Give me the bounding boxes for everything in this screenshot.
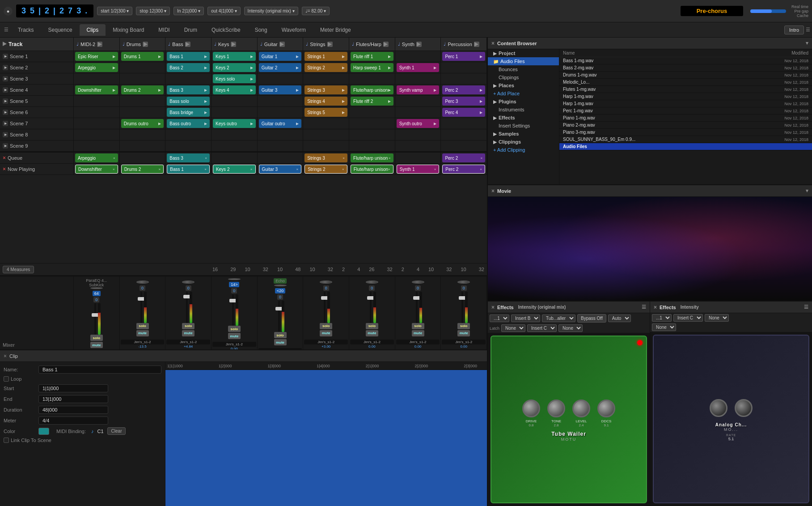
clip-name-input[interactable] — [38, 366, 161, 374]
ch2-solo-btn[interactable]: solo — [136, 323, 149, 329]
ch8-knob[interactable] — [412, 281, 424, 284]
clip-scene-7-col2[interactable]: Bass outro▶ — [167, 119, 210, 128]
scene-1-launch[interactable]: ▶ — [3, 54, 8, 59]
track-header-percussion[interactable]: ♩ Percussion — [441, 38, 487, 51]
track-header-synth[interactable]: ♩ Synth — [395, 38, 441, 51]
analog-knob-2[interactable] — [735, 399, 753, 417]
clear-button[interactable]: Clear — [107, 427, 126, 435]
movie-close[interactable]: × — [491, 188, 495, 194]
file-drums1[interactable]: Drums 1-mg.wav Nov 12, 2018 — [559, 72, 812, 79]
track-header-flutes[interactable]: ♩ Flutes/Harp — [349, 38, 395, 51]
clip-scene-4-col7[interactable]: Synth vamp▶ — [397, 85, 440, 94]
ch3-solo-btn[interactable]: solo — [182, 323, 195, 329]
logo-btn[interactable]: ● — [4, 7, 13, 16]
clip-scene-1-col4[interactable]: Guitar 1▶ — [259, 52, 302, 61]
file-piano1[interactable]: Piano 1-mg.wav Nov 12, 2018 — [559, 115, 812, 122]
ch4-mute-btn[interactable]: mute — [228, 333, 241, 339]
clip-end-input[interactable] — [38, 395, 108, 403]
clip-scene-4-col3[interactable]: Keys 4▶ — [213, 85, 256, 94]
clip-scene-1-col8[interactable]: Perc 1▶ — [442, 52, 485, 61]
effects1-insert-a[interactable]: ...1 — [490, 315, 509, 322]
tab-clips[interactable]: Clips — [80, 24, 106, 36]
file-piano3[interactable]: Piano 3-mg.wav Nov 12, 2018 — [559, 129, 812, 136]
percussion-play-btn[interactable] — [474, 42, 479, 47]
qclip-1-col1[interactable]: Drums 2× — [121, 165, 164, 174]
clip-scene-5-col2[interactable]: Bass solo▶ — [167, 97, 210, 106]
track-header-drums[interactable]: ♩ Drums — [120, 38, 166, 51]
section-label[interactable]: Pre-chorus — [681, 6, 743, 16]
ch1-solo-btn[interactable]: solo — [90, 335, 103, 341]
qclip-0-col0[interactable]: Arpeggio× — [75, 153, 118, 162]
clip-scene-5-col6[interactable]: Flute riff 2▶ — [351, 97, 393, 106]
effects1-insert-b[interactable]: Insert B — [511, 315, 540, 322]
clip-scene-4-col8[interactable]: Perc 2▶ — [442, 85, 485, 94]
track-header-midi2[interactable]: ♩ MIDI-2 — [74, 38, 120, 51]
tree-insert-settings[interactable]: Insert Settings — [488, 122, 559, 130]
guitar-play-btn[interactable] — [279, 42, 285, 47]
tree-clippings[interactable]: Clippings — [488, 73, 559, 81]
file-piano2[interactable]: Piano 2-mg.wav Nov 12, 2018 — [559, 122, 812, 129]
qclip-0-col2[interactable]: Bass 3× — [167, 153, 210, 162]
ch1-mute-btn[interactable]: mute — [90, 342, 103, 348]
tree-plugins[interactable]: ▶ Plugins — [488, 98, 559, 106]
effects1-insert-c[interactable]: Insert C — [527, 324, 557, 332]
effects1-bypass-btn[interactable]: Bypass Off — [577, 314, 606, 323]
ch4-knob[interactable] — [228, 278, 241, 280]
tempo-btn[interactable]: ♩= 82.00 ▾ — [302, 7, 330, 15]
file-harp2[interactable]: Harp 1-mg.wav Nov 12, 2018 — [559, 100, 812, 107]
qclip-1-col7[interactable]: Synth 1× — [397, 165, 440, 174]
track-header-bass[interactable]: ♩ Bass — [165, 38, 211, 51]
file-audio-files[interactable]: Audio Files — [559, 143, 812, 150]
clip-scene-7-col4[interactable]: Guitar outro▶ — [259, 119, 302, 128]
bass-play-btn[interactable] — [185, 42, 190, 47]
out-btn[interactable]: out 4|1|000 ▾ — [207, 7, 240, 15]
clip-duration-input[interactable] — [38, 406, 108, 414]
qclip-0-col8[interactable]: Perc 2× — [442, 153, 485, 162]
file-bass2[interactable]: Bass 2-mg.wav Nov 12, 2018 — [559, 64, 812, 72]
effects2-insert-a[interactable]: ...1 — [652, 314, 672, 322]
level-knob[interactable] — [572, 400, 590, 417]
tree-instruments[interactable]: Instruments — [488, 106, 559, 114]
file-flutes[interactable]: Flutes 1-mg.wav Nov 12, 2018 — [559, 86, 812, 93]
ch9-solo-btn[interactable]: solo — [457, 323, 470, 329]
track-header-guitar[interactable]: ♩ Guitar — [258, 38, 304, 51]
tree-project[interactable]: ▶ Project — [488, 49, 559, 57]
clip-editor-close[interactable]: × — [4, 353, 7, 359]
clip-scene-7-col7[interactable]: Synth outro▶ — [397, 119, 440, 128]
tab-song[interactable]: Song — [248, 24, 275, 36]
ddcs-knob[interactable] — [597, 400, 615, 417]
clip-scene-1-col3[interactable]: Keys 1▶ — [213, 52, 256, 61]
scene-6-launch[interactable]: ▶ — [3, 110, 8, 115]
tab-mixing-board[interactable]: Mixing Board — [106, 24, 151, 36]
link-scene-checkbox-box[interactable] — [4, 438, 9, 443]
clip-start-input[interactable] — [38, 384, 108, 392]
ch9-mute-btn[interactable]: mute — [457, 330, 470, 336]
effects1-menu[interactable]: ☰ — [642, 304, 646, 310]
nav-menu-icon[interactable]: ☰ — [806, 27, 810, 33]
ch5-knob[interactable] — [274, 285, 287, 286]
clip-scene-1-col2[interactable]: Bass 1▶ — [167, 52, 210, 61]
ch7-mute-btn[interactable]: mute — [366, 330, 378, 336]
tab-midi[interactable]: MIDI — [151, 24, 177, 36]
tree-places[interactable]: ▶ Places — [488, 81, 559, 89]
drive-knob[interactable] — [522, 400, 540, 417]
qclip-0-col5[interactable]: Strings 3× — [304, 153, 347, 162]
tree-bounces[interactable]: Bounces — [488, 65, 559, 73]
clip-scene-4-col2[interactable]: Bass 3▶ — [167, 85, 210, 94]
effects2-menu[interactable]: ☰ — [804, 304, 808, 310]
intro-btn[interactable]: Intro — [784, 26, 804, 34]
tone-knob[interactable] — [547, 400, 565, 417]
effects1-tub-aller[interactable]: Tub...aller — [542, 315, 575, 322]
tree-clippings2[interactable]: ▶ Clippings — [488, 138, 559, 146]
qclip-1-col8[interactable]: Perc 2× — [442, 165, 485, 174]
effects2-none[interactable]: None — [705, 314, 729, 322]
synth-play-btn[interactable] — [416, 42, 422, 47]
effects1-auto[interactable]: Auto — [608, 315, 631, 322]
tree-effects[interactable]: ▶ Effects — [488, 114, 559, 122]
tab-tracks[interactable]: Tracks — [11, 24, 41, 36]
loop-checkbox[interactable]: Loop — [4, 376, 21, 382]
flutes-play-btn[interactable] — [383, 42, 389, 47]
clip-scene-4-col4[interactable]: Guitar 3▶ — [259, 85, 302, 94]
scene-2-launch[interactable]: ▶ — [3, 65, 8, 70]
qclip-1-col5[interactable]: Strings 2× — [304, 165, 347, 174]
